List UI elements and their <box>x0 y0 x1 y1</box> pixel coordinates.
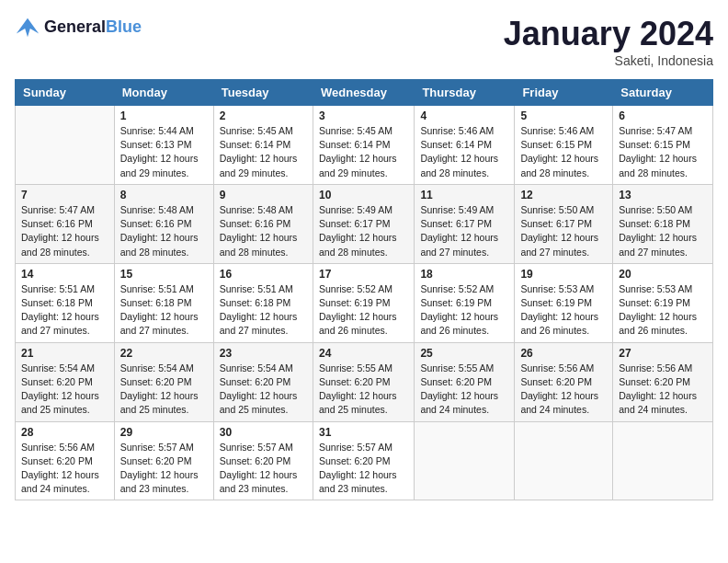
calendar-cell <box>415 421 515 500</box>
day-number: 6 <box>619 109 707 122</box>
calendar-cell: 28Sunrise: 5:56 AM Sunset: 6:20 PM Dayli… <box>16 421 115 500</box>
day-info: Sunrise: 5:46 AM Sunset: 6:15 PM Dayligh… <box>520 124 607 180</box>
logo-icon <box>15 15 40 40</box>
day-info: Sunrise: 5:57 AM Sunset: 6:20 PM Dayligh… <box>220 441 307 497</box>
calendar-cell: 19Sunrise: 5:53 AM Sunset: 6:19 PM Dayli… <box>515 263 613 342</box>
day-info: Sunrise: 5:50 AM Sunset: 6:18 PM Dayligh… <box>619 203 707 259</box>
day-number: 5 <box>520 109 607 122</box>
day-number: 7 <box>21 189 108 201</box>
week-row-1: 1Sunrise: 5:44 AM Sunset: 6:13 PM Daylig… <box>16 106 713 185</box>
calendar-cell: 4Sunrise: 5:46 AM Sunset: 6:14 PM Daylig… <box>415 106 515 185</box>
day-number: 18 <box>420 268 508 281</box>
day-number: 2 <box>220 109 307 122</box>
day-info: Sunrise: 5:55 AM Sunset: 6:20 PM Dayligh… <box>319 362 408 418</box>
calendar-cell: 3Sunrise: 5:45 AM Sunset: 6:14 PM Daylig… <box>313 106 414 185</box>
calendar-cell: 29Sunrise: 5:57 AM Sunset: 6:20 PM Dayli… <box>114 421 213 500</box>
weekday-header-saturday: Saturday <box>613 80 713 106</box>
day-info: Sunrise: 5:53 AM Sunset: 6:19 PM Dayligh… <box>619 282 707 339</box>
day-info: Sunrise: 5:52 AM Sunset: 6:19 PM Dayligh… <box>420 282 508 339</box>
week-row-4: 21Sunrise: 5:54 AM Sunset: 6:20 PM Dayli… <box>16 342 713 421</box>
day-info: Sunrise: 5:53 AM Sunset: 6:19 PM Dayligh… <box>520 282 607 339</box>
day-info: Sunrise: 5:52 AM Sunset: 6:19 PM Dayligh… <box>319 282 408 339</box>
weekday-header-row: SundayMondayTuesdayWednesdayThursdayFrid… <box>16 80 713 106</box>
calendar-cell: 31Sunrise: 5:57 AM Sunset: 6:20 PM Dayli… <box>313 421 414 500</box>
day-number: 23 <box>220 347 307 360</box>
day-info: Sunrise: 5:49 AM Sunset: 6:17 PM Dayligh… <box>420 203 508 259</box>
week-row-3: 14Sunrise: 5:51 AM Sunset: 6:18 PM Dayli… <box>16 263 713 342</box>
day-number: 13 <box>619 189 707 201</box>
day-number: 11 <box>420 189 508 201</box>
day-number: 10 <box>319 189 408 201</box>
week-row-2: 7Sunrise: 5:47 AM Sunset: 6:16 PM Daylig… <box>16 184 713 263</box>
month-title: January 2024 <box>504 15 713 53</box>
day-number: 22 <box>120 347 208 360</box>
day-info: Sunrise: 5:51 AM Sunset: 6:18 PM Dayligh… <box>21 282 108 339</box>
day-info: Sunrise: 5:56 AM Sunset: 6:20 PM Dayligh… <box>520 362 607 418</box>
weekday-header-tuesday: Tuesday <box>213 80 313 106</box>
day-info: Sunrise: 5:47 AM Sunset: 6:16 PM Dayligh… <box>21 203 108 259</box>
calendar-cell: 25Sunrise: 5:55 AM Sunset: 6:20 PM Dayli… <box>415 342 515 421</box>
calendar-cell: 2Sunrise: 5:45 AM Sunset: 6:14 PM Daylig… <box>213 106 313 185</box>
svg-marker-0 <box>17 18 39 38</box>
calendar-cell <box>16 106 115 185</box>
calendar-cell: 17Sunrise: 5:52 AM Sunset: 6:19 PM Dayli… <box>313 263 414 342</box>
calendar-cell: 22Sunrise: 5:54 AM Sunset: 6:20 PM Dayli… <box>114 342 213 421</box>
day-info: Sunrise: 5:54 AM Sunset: 6:20 PM Dayligh… <box>21 362 108 418</box>
weekday-header-sunday: Sunday <box>16 80 115 106</box>
week-row-5: 28Sunrise: 5:56 AM Sunset: 6:20 PM Dayli… <box>16 421 713 500</box>
calendar-cell: 13Sunrise: 5:50 AM Sunset: 6:18 PM Dayli… <box>613 184 713 263</box>
day-number: 24 <box>319 347 408 360</box>
day-number: 1 <box>120 109 208 122</box>
day-info: Sunrise: 5:45 AM Sunset: 6:14 PM Dayligh… <box>220 124 307 180</box>
calendar-cell: 20Sunrise: 5:53 AM Sunset: 6:19 PM Dayli… <box>613 263 713 342</box>
calendar-cell: 30Sunrise: 5:57 AM Sunset: 6:20 PM Dayli… <box>213 421 313 500</box>
calendar-cell: 11Sunrise: 5:49 AM Sunset: 6:17 PM Dayli… <box>415 184 515 263</box>
day-info: Sunrise: 5:48 AM Sunset: 6:16 PM Dayligh… <box>120 203 208 259</box>
weekday-header-wednesday: Wednesday <box>313 80 414 106</box>
day-number: 16 <box>220 268 307 281</box>
day-number: 26 <box>520 347 607 360</box>
day-number: 31 <box>319 426 408 439</box>
weekday-header-monday: Monday <box>114 80 213 106</box>
day-number: 3 <box>319 109 408 122</box>
day-number: 28 <box>21 426 108 439</box>
calendar-cell: 23Sunrise: 5:54 AM Sunset: 6:20 PM Dayli… <box>213 342 313 421</box>
calendar-cell: 14Sunrise: 5:51 AM Sunset: 6:18 PM Dayli… <box>16 263 115 342</box>
day-info: Sunrise: 5:44 AM Sunset: 6:13 PM Dayligh… <box>120 124 208 180</box>
calendar-cell: 21Sunrise: 5:54 AM Sunset: 6:20 PM Dayli… <box>16 342 115 421</box>
day-number: 30 <box>220 426 307 439</box>
logo-text: GeneralBlue <box>44 18 142 37</box>
calendar-cell: 15Sunrise: 5:51 AM Sunset: 6:18 PM Dayli… <box>114 263 213 342</box>
calendar-cell: 26Sunrise: 5:56 AM Sunset: 6:20 PM Dayli… <box>515 342 613 421</box>
day-number: 12 <box>520 189 607 201</box>
day-info: Sunrise: 5:46 AM Sunset: 6:14 PM Dayligh… <box>420 124 508 180</box>
calendar-cell: 16Sunrise: 5:51 AM Sunset: 6:18 PM Dayli… <box>213 263 313 342</box>
day-number: 14 <box>21 268 108 281</box>
weekday-header-friday: Friday <box>515 80 613 106</box>
calendar-cell: 10Sunrise: 5:49 AM Sunset: 6:17 PM Dayli… <box>313 184 414 263</box>
day-info: Sunrise: 5:45 AM Sunset: 6:14 PM Dayligh… <box>319 124 408 180</box>
day-number: 8 <box>120 189 208 201</box>
day-number: 17 <box>319 268 408 281</box>
calendar-cell: 8Sunrise: 5:48 AM Sunset: 6:16 PM Daylig… <box>114 184 213 263</box>
calendar-cell <box>613 421 713 500</box>
day-number: 25 <box>420 347 508 360</box>
day-number: 29 <box>120 426 208 439</box>
location: Saketi, Indonesia <box>504 53 713 68</box>
day-number: 20 <box>619 268 707 281</box>
calendar-cell: 12Sunrise: 5:50 AM Sunset: 6:17 PM Dayli… <box>515 184 613 263</box>
day-info: Sunrise: 5:56 AM Sunset: 6:20 PM Dayligh… <box>619 362 707 418</box>
day-info: Sunrise: 5:51 AM Sunset: 6:18 PM Dayligh… <box>220 282 307 339</box>
calendar-cell: 6Sunrise: 5:47 AM Sunset: 6:15 PM Daylig… <box>613 106 713 185</box>
logo: GeneralBlue <box>15 15 142 40</box>
day-info: Sunrise: 5:57 AM Sunset: 6:20 PM Dayligh… <box>120 441 208 497</box>
calendar-cell: 1Sunrise: 5:44 AM Sunset: 6:13 PM Daylig… <box>114 106 213 185</box>
calendar-cell: 5Sunrise: 5:46 AM Sunset: 6:15 PM Daylig… <box>515 106 613 185</box>
day-info: Sunrise: 5:57 AM Sunset: 6:20 PM Dayligh… <box>319 441 408 497</box>
day-info: Sunrise: 5:50 AM Sunset: 6:17 PM Dayligh… <box>520 203 607 259</box>
day-number: 15 <box>120 268 208 281</box>
day-number: 21 <box>21 347 108 360</box>
day-info: Sunrise: 5:56 AM Sunset: 6:20 PM Dayligh… <box>21 441 108 497</box>
day-info: Sunrise: 5:55 AM Sunset: 6:20 PM Dayligh… <box>420 362 508 418</box>
calendar-cell: 7Sunrise: 5:47 AM Sunset: 6:16 PM Daylig… <box>16 184 115 263</box>
